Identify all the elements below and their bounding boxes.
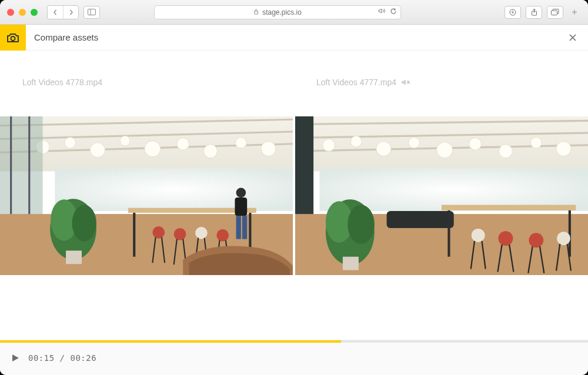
browser-window: stage.pics.io + (0, 0, 588, 375)
progress-track[interactable] (0, 340, 588, 343)
svg-rect-70 (343, 257, 359, 270)
lock-icon (253, 9, 259, 16)
svg-rect-2 (255, 11, 258, 14)
svg-point-76 (498, 231, 513, 246)
svg-rect-72 (442, 205, 576, 210)
right-asset-filename: Loft Videos 4777.mp4 (316, 78, 396, 87)
player-bar: 00:15 / 00:26 (0, 340, 588, 375)
compare-area: Loft Videos 4778.mp4 Loft Videos 4777.mp… (0, 51, 588, 340)
page-title: Compare assets (34, 32, 98, 42)
svg-point-7 (11, 36, 15, 41)
new-tab-button[interactable]: + (568, 6, 581, 19)
svg-point-60 (499, 145, 513, 158)
svg-point-15 (120, 136, 130, 146)
duration: 00:26 (70, 353, 96, 363)
video-row (0, 93, 588, 275)
sidebar-toggle-button[interactable] (83, 6, 100, 19)
progress-fill (0, 340, 341, 343)
svg-point-56 (376, 142, 391, 156)
svg-rect-30 (66, 250, 82, 264)
right-asset-label: Loft Videos 4777.mp4 (294, 78, 588, 87)
left-asset-filename: Loft Videos 4778.mp4 (22, 78, 102, 87)
close-button[interactable] (566, 31, 580, 45)
svg-point-69 (348, 205, 375, 244)
url-text: stage.pics.io (262, 8, 302, 16)
svg-rect-49 (242, 216, 247, 239)
svg-point-20 (261, 142, 276, 156)
svg-point-57 (409, 137, 420, 148)
svg-point-36 (195, 227, 208, 239)
right-video-frame[interactable] (295, 116, 588, 275)
svg-point-13 (65, 137, 76, 148)
window-controls (7, 9, 38, 16)
svg-point-35 (174, 228, 186, 240)
svg-point-46 (236, 188, 246, 198)
svg-point-77 (529, 233, 543, 247)
camera-icon (6, 32, 19, 43)
svg-point-61 (530, 137, 542, 148)
mute-icon[interactable] (401, 78, 410, 86)
svg-point-34 (152, 226, 165, 239)
svg-point-58 (437, 142, 453, 158)
play-button[interactable] (9, 352, 21, 364)
app-logo[interactable] (0, 25, 26, 51)
forward-button[interactable] (63, 6, 78, 19)
nav-buttons (47, 5, 79, 19)
svg-point-14 (91, 143, 105, 158)
current-time: 00:15 (28, 353, 55, 363)
svg-point-16 (145, 141, 161, 157)
browser-toolbar: stage.pics.io + (0, 0, 588, 25)
svg-point-37 (216, 229, 229, 242)
minimize-window-button[interactable] (19, 9, 26, 16)
time-display: 00:15 / 00:26 (28, 353, 96, 363)
app-header: Compare assets (0, 25, 588, 51)
left-asset-label: Loft Videos 4778.mp4 (0, 78, 294, 87)
svg-point-59 (469, 138, 482, 150)
svg-rect-48 (236, 216, 241, 239)
svg-point-19 (235, 137, 246, 148)
svg-point-54 (323, 139, 335, 152)
svg-point-17 (177, 138, 189, 150)
share-button[interactable] (526, 6, 542, 19)
browser-right-tools (505, 6, 563, 19)
svg-rect-21 (55, 168, 293, 211)
reload-icon[interactable] (390, 8, 397, 16)
asset-labels-row: Loft Videos 4778.mp4 Loft Videos 4777.mp… (0, 51, 588, 93)
svg-point-18 (204, 145, 218, 158)
svg-rect-0 (88, 9, 96, 15)
downloads-button[interactable] (505, 6, 521, 19)
tabs-button[interactable] (547, 6, 563, 19)
back-button[interactable] (48, 6, 63, 19)
svg-point-55 (350, 136, 362, 147)
reader-audio-icon[interactable] (378, 8, 386, 16)
svg-rect-71 (387, 211, 454, 228)
maximize-window-button[interactable] (31, 9, 38, 16)
svg-point-75 (472, 229, 485, 242)
svg-point-29 (72, 205, 96, 242)
svg-rect-47 (235, 197, 247, 216)
left-video-frame[interactable] (0, 116, 293, 275)
svg-point-78 (557, 232, 570, 245)
svg-point-62 (556, 142, 571, 156)
address-bar[interactable]: stage.pics.io (154, 5, 401, 19)
svg-rect-6 (552, 11, 557, 15)
close-window-button[interactable] (7, 9, 14, 16)
